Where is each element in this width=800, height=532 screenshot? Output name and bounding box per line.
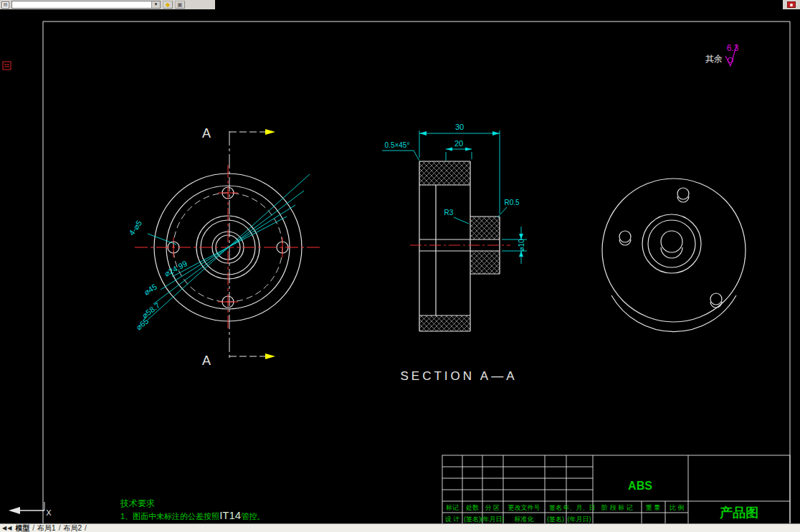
dim-20: 20 [454,139,463,148]
tb-label-qm3: (签名) [547,516,564,523]
dim-chamfer: 0.5×45° [385,141,410,149]
tb-label-fenqu: 分 区 [485,504,500,511]
dim-d45: ⌀45 [143,282,158,297]
tech-req-prefix: 1、图面中未标注的公差按照 [120,512,219,521]
tb-material: ABS [628,480,652,492]
tab-layout1[interactable]: 布局1 [37,523,56,532]
ucs-icon: X [9,502,52,517]
dim-30: 30 [455,123,464,131]
section-title: SECTION A—A [400,369,517,383]
toolbar-right [783,0,800,9]
tab-separator: / [32,524,34,532]
dim-r3: R3 [444,209,454,217]
tb-label-qianming: 签名 [549,504,562,511]
section-arrow-bottom [265,353,275,359]
tb-label-riqi: 年、月、日 [563,504,596,511]
front-view: A A [127,126,323,368]
tab-separator: / [59,524,61,532]
tb-label-biaozhunhua: 标准化 [514,516,535,523]
dim-d10: ⌀10 [518,239,525,252]
tb-label-chushu: 处数 [465,504,479,511]
close-icon[interactable] [787,1,796,8]
tb-label-biaoji: 标记 [445,504,459,511]
tb-drawing-name: 产品图 [719,505,758,520]
tab-model[interactable]: 模型 [15,523,29,532]
tab-nav-arrows-icon[interactable]: ◀◀ [2,525,12,531]
tb-label-sheji: 设 计 [445,516,460,523]
tb-label-nyr2: (年月日) [481,516,505,523]
red-marker-icon[interactable] [3,62,11,70]
dim-holes: 4-⌀5 [127,219,143,237]
section-dim-lines [382,130,527,264]
title-block: 标记 处数 分 区 更改文件号 签名 年、月、日 设 计 (签名) (年月日) … [442,455,790,524]
tb-label-wenjianhao: 更改文件号 [508,504,541,511]
section-arrow-top [265,129,275,135]
tb-label-jieduan: 阶 段 标 记 [601,504,633,511]
tech-req-code: IT14 [219,509,241,521]
surface-finish-prefix: 其余 [705,54,723,64]
technical-requirements: 技术要求 1、图面中未标注的公差按照IT14管控。 [120,498,265,521]
tb-label-nyr3: (年月日) [568,516,591,523]
chevron-down-icon[interactable]: ▼ [151,1,160,8]
tech-req-heading: 技术要求 [120,498,155,508]
surface-finish-note: 其余 6.3 [705,43,739,66]
cube-icon[interactable]: ▣ [175,1,185,9]
layer-combo-input[interactable] [12,1,151,8]
tb-label-bili: 比 例 [670,504,685,511]
dim-d65: ⌀65 [134,316,150,331]
tb-label-qm2: (签名) [464,516,481,523]
ucs-x-label: X [46,508,52,517]
dim-r05: R0.5 [504,199,520,206]
tech-req-suffix: 管控。 [241,512,265,521]
iso-view [602,179,746,332]
drawing-canvas[interactable]: A A [0,0,800,532]
section-letter-top: A [202,126,211,141]
tb-label-zhongliang: 重 量 [646,504,661,511]
toolbar-left: ▤ ▼ ◆ ▣ [0,0,215,9]
section-view: 30 20 0.5×45° R3 R0.5 ⌀10 SECTION A—A [382,123,527,383]
section-letter-bottom: A [202,353,211,368]
document-icon[interactable]: ▤ [1,1,9,9]
color-swatch-icon[interactable]: ◆ [163,1,173,9]
tech-req-line: 1、图面中未标注的公差按照IT14管控。 [120,509,265,521]
tab-separator: / [85,524,87,532]
tab-layout2[interactable]: 布局2 [63,523,82,532]
layer-combo[interactable]: ▼ [11,1,161,9]
layout-tab-bar: ◀◀ 模型 / 布局1 / 布局2 / [0,523,800,532]
